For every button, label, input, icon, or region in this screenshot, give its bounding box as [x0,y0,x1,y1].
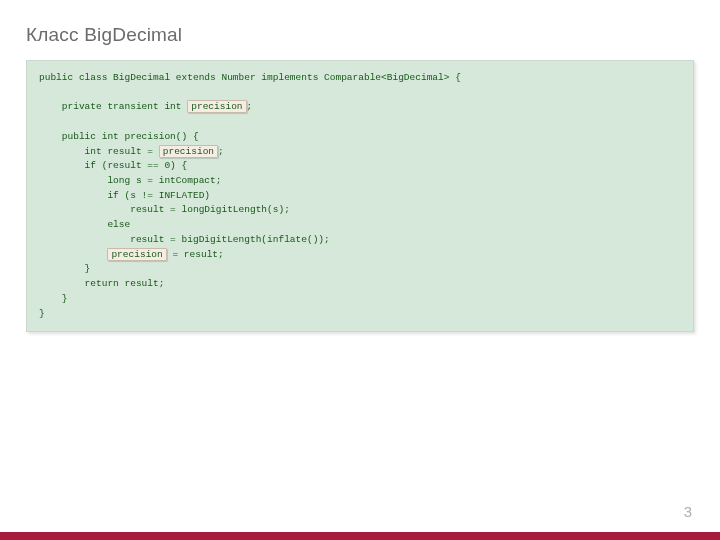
highlight-precision: precision [107,248,166,261]
highlight-precision: precision [187,100,246,113]
code-line [39,249,107,260]
code-line: result = bigDigitLength(inflate()); [39,234,330,245]
code-line: public class BigDecimal extends Number i… [39,72,461,83]
code-line: int result = [39,146,159,157]
code-line: result = longDigitLength(s); [39,204,290,215]
code-block: public class BigDecimal extends Number i… [26,60,694,332]
code-line: } [39,308,45,319]
code-line: if (result == 0) { [39,160,187,171]
code-line: public int precision() { [39,131,199,142]
code-line: return result; [39,278,164,289]
page-title: Класс BigDecimal [26,24,694,46]
code-line: } [39,293,68,304]
highlight-precision: precision [159,145,218,158]
code-line: ; [218,146,224,157]
code-line: else [39,219,130,230]
footer-bar [0,532,720,540]
page-number: 3 [684,503,692,520]
code-line: ; [247,101,253,112]
slide: Класс BigDecimal public class BigDecimal… [0,0,720,540]
code-line: private transient int [39,101,187,112]
code-line: } [39,263,90,274]
code-line: long s = intCompact; [39,175,221,186]
code-line: if (s != INFLATED) [39,190,210,201]
code-line: = result; [167,249,224,260]
